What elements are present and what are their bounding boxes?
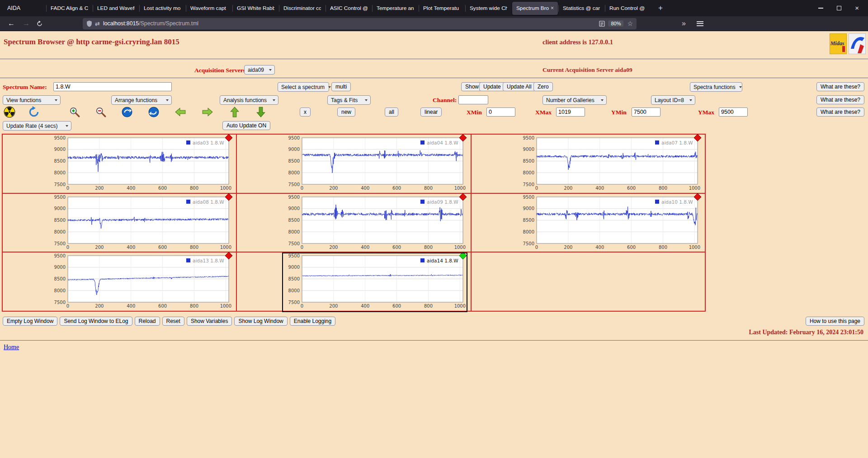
browser-tab[interactable]: ASIC Control @ <box>326 2 372 15</box>
how-to-use-button[interactable]: How to use this page <box>806 317 864 326</box>
xmax-input[interactable] <box>556 107 585 117</box>
reload-button[interactable]: Reload <box>135 317 160 326</box>
enable-logging-button[interactable]: Enable Logging <box>290 317 335 326</box>
show-log-window-button[interactable]: Show Log Window <box>234 317 287 326</box>
browser-tab[interactable]: Statistics @ car <box>559 2 604 15</box>
what-are-these-button[interactable]: What are these? <box>816 95 864 104</box>
analysis-functions-dropdown[interactable]: Analysis functions <box>220 95 278 105</box>
svg-text:1000: 1000 <box>454 186 466 191</box>
ymin-input[interactable] <box>632 107 660 117</box>
chart-canvas: 7500800085009000950002004006008001000aid… <box>50 136 231 192</box>
spectrum-chart-aida08[interactable]: 7500800085009000950002004006008001000aid… <box>50 196 231 252</box>
arrow-up-icon[interactable] <box>229 106 241 118</box>
url-bar[interactable]: ⇄ localhost:8015 /Spectrum/Spectrum.tml … <box>83 18 637 29</box>
chevron-down-icon <box>55 99 57 101</box>
ymax-input[interactable] <box>719 107 748 117</box>
arrow-right-icon[interactable] <box>202 106 213 118</box>
back-button[interactable]: ← <box>8 19 15 28</box>
new-tab-button[interactable]: + <box>655 4 666 13</box>
overflow-menu-button[interactable]: » <box>682 19 686 28</box>
gallery-previous-icon[interactable] <box>121 106 133 118</box>
show-variables-button[interactable]: Show Variables <box>187 317 232 326</box>
spectra-functions-dropdown[interactable]: Spectra functions <box>690 82 742 92</box>
forward-button[interactable]: → <box>23 19 30 28</box>
browser-tab-bar: AIDA FADC Align & CLED and WavefoLost ac… <box>0 0 868 16</box>
svg-text:9500: 9500 <box>523 136 534 140</box>
browser-tab[interactable]: System wide Ch <box>466 2 511 15</box>
gallery-cell: 7500800085009000950002004006008001000aid… <box>471 193 705 252</box>
connection-icon[interactable]: ⇄ <box>95 20 100 27</box>
select-spectrum-dropdown[interactable]: Select a spectrum <box>278 82 329 92</box>
zoom-in-icon[interactable] <box>69 106 80 118</box>
svg-text:9500: 9500 <box>288 136 300 140</box>
maximize-button[interactable] <box>837 6 841 10</box>
minimize-button[interactable] <box>818 8 823 9</box>
send-log-window-to-elog-button[interactable]: Send Log Window to ELog <box>60 317 132 326</box>
browser-tab[interactable]: Run Control @ <box>605 2 651 15</box>
reset-button[interactable]: Reset <box>162 317 184 326</box>
number-of-galleries-dropdown[interactable]: Number of Galleries <box>542 95 607 105</box>
browser-tab[interactable]: GSI White Rabb <box>233 2 278 15</box>
browser-tab[interactable]: Lost activity mo <box>140 2 185 15</box>
arrow-down-icon[interactable] <box>255 106 267 118</box>
spectrum-chart-aida09[interactable]: 7500800085009000950002004006008001000aid… <box>284 196 466 252</box>
update-rate-dropdown[interactable]: Update Rate (4 secs) <box>3 121 71 131</box>
gallery-cell <box>471 252 705 311</box>
zero-button[interactable]: Zero <box>533 82 553 91</box>
reload-button[interactable] <box>36 20 43 27</box>
auto-update-button[interactable]: Auto Update ON <box>222 121 270 130</box>
window-close-button[interactable]: × <box>855 5 859 11</box>
x-button[interactable]: x <box>300 107 311 117</box>
multi-button[interactable]: multi <box>331 82 351 91</box>
shield-icon[interactable] <box>86 20 92 27</box>
refresh-icon[interactable] <box>28 106 40 118</box>
browser-tab[interactable]: Discriminator co <box>279 2 325 15</box>
what-are-these-button[interactable]: What are these? <box>816 82 864 91</box>
menu-icon[interactable] <box>697 21 703 26</box>
linear-button[interactable]: linear <box>420 107 442 117</box>
browser-tab[interactable]: Waveform capt <box>186 2 232 15</box>
zoom-indicator[interactable]: 80% <box>608 20 623 27</box>
logo-group: Midas <box>830 33 866 56</box>
svg-text:800: 800 <box>190 186 198 191</box>
browser-tab[interactable]: LED and Wavefo <box>93 2 139 15</box>
tags-fits-value: Tags & Fits <box>331 97 358 103</box>
new-button[interactable]: new <box>337 107 355 117</box>
tab-close-icon[interactable]: × <box>551 5 554 11</box>
spectrum-chart-aida13[interactable]: 7500800085009000950002004006008001000aid… <box>50 254 231 310</box>
channel-input[interactable] <box>458 95 488 104</box>
spectrum-chart-aida14[interactable]: 7500800085009000950002004006008001000aid… <box>284 254 466 310</box>
reader-mode-icon[interactable] <box>599 20 605 27</box>
browser-tab[interactable]: Plot Temperatu <box>419 2 465 15</box>
browser-tab[interactable]: Temperature an <box>373 2 418 15</box>
first-tab[interactable]: AIDA <box>7 5 46 11</box>
svg-text:1000: 1000 <box>454 304 466 308</box>
update-button[interactable]: Update <box>479 82 505 91</box>
update-all-button[interactable]: Update All <box>503 82 536 91</box>
layout-id-dropdown[interactable]: Layout ID=8 <box>651 95 695 105</box>
radiation-icon[interactable] <box>4 106 15 118</box>
spectrum-chart-aida07[interactable]: 7500800085009000950002004006008001000aid… <box>519 136 700 192</box>
all-button[interactable]: all <box>385 107 398 117</box>
zoom-out-icon[interactable] <box>95 106 107 118</box>
arrow-left-icon[interactable] <box>175 106 186 118</box>
url-host: localhost:8015 <box>103 20 139 27</box>
browser-tab[interactable]: Spectrum Bro× <box>512 2 558 15</box>
what-are-these-button[interactable]: What are these? <box>816 107 864 117</box>
home-link[interactable]: Home <box>4 344 19 351</box>
tags-fits-dropdown[interactable]: Tags & Fits <box>327 95 371 105</box>
bookmark-star-icon[interactable]: ☆ <box>627 20 633 27</box>
browser-tab[interactable]: FADC Align & C <box>47 2 92 15</box>
svg-text:600: 600 <box>627 186 636 191</box>
spectrum-chart-aida03[interactable]: 7500800085009000950002004006008001000aid… <box>50 136 231 192</box>
gallery-next-icon[interactable] <box>148 106 160 118</box>
spectrum-name-input[interactable] <box>53 82 172 91</box>
arrange-functions-dropdown[interactable]: Arrange functions <box>111 95 172 105</box>
xmin-input[interactable] <box>486 107 515 117</box>
empty-log-window-button[interactable]: Empty Log Window <box>3 317 57 326</box>
view-functions-dropdown[interactable]: View functions <box>3 95 61 105</box>
acquisition-server-select[interactable]: aida09 <box>244 65 275 75</box>
spectrum-chart-aida10[interactable]: 7500800085009000950002004006008001000aid… <box>519 196 700 252</box>
spectrum-chart-aida04[interactable]: 7500800085009000950002004006008001000aid… <box>284 136 466 192</box>
current-server-label: Current Acquisition Server aida09 <box>542 66 632 74</box>
